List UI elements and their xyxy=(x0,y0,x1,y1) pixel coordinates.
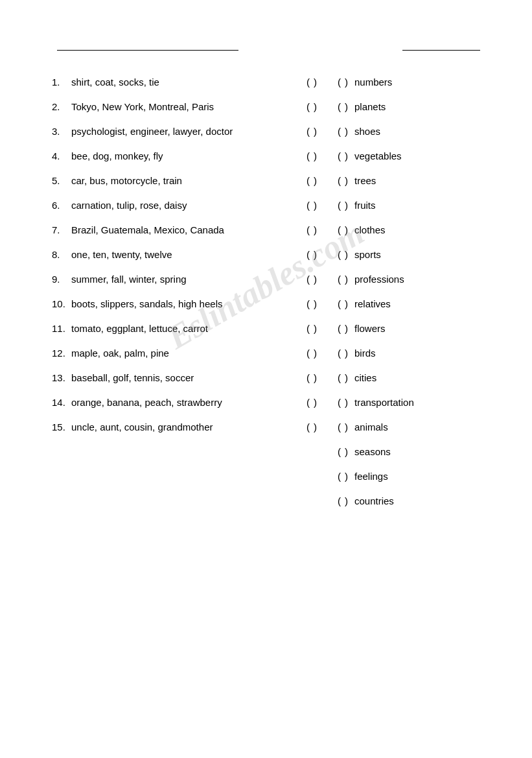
category-row: ( ) fruits xyxy=(338,200,480,217)
open-bracket: ( xyxy=(306,150,310,161)
category-label: relatives xyxy=(354,298,391,309)
row-text: shirt, coat, socks, tie xyxy=(71,77,286,88)
row-text: uncle, aunt, cousin, grandmother xyxy=(71,421,286,432)
open-bracket: ( xyxy=(306,397,310,408)
row-text: maple, oak, palm, pine xyxy=(71,348,286,359)
category-row: ( ) transportation xyxy=(338,397,480,414)
right-column: ( ) numbers ( ) planets ( ) shoes ( ) ve… xyxy=(338,77,480,520)
open-bracket: ( xyxy=(306,249,310,260)
close-bracket: ) xyxy=(345,274,348,285)
bracket-group: ( ) xyxy=(292,101,331,112)
open-bracket: ( xyxy=(306,175,310,186)
category-label: sports xyxy=(354,249,381,260)
open-bracket: ( xyxy=(338,224,341,235)
open-bracket: ( xyxy=(338,200,341,211)
match-row: 15. uncle, aunt, cousin, grandmother ( ) xyxy=(52,421,338,438)
match-row: 13. baseball, golf, tennis, soccer ( ) xyxy=(52,372,338,389)
category-bracket-group: ( ) xyxy=(338,446,348,457)
content-area: 1. shirt, coat, socks, tie ( ) 2. Tokyo,… xyxy=(52,77,480,520)
row-text: orange, banana, peach, strawberry xyxy=(71,397,286,408)
close-bracket: ) xyxy=(314,298,317,309)
category-row: ( ) flowers xyxy=(338,323,480,340)
category-row: ( ) shoes xyxy=(338,126,480,143)
open-bracket: ( xyxy=(306,126,310,137)
open-bracket: ( xyxy=(338,446,341,457)
row-text: boots, slippers, sandals, high heels xyxy=(71,298,286,309)
category-bracket-group: ( ) xyxy=(338,348,348,359)
match-row: 11. tomato, eggplant, lettuce, carrot ( … xyxy=(52,323,338,340)
category-label: vegetables xyxy=(354,150,402,161)
category-row: ( ) animals xyxy=(338,421,480,438)
bracket-group: ( ) xyxy=(292,323,331,334)
close-bracket: ) xyxy=(345,150,348,161)
close-bracket: ) xyxy=(345,446,348,457)
category-bracket-group: ( ) xyxy=(338,495,348,506)
row-text: Tokyo, New York, Montreal, Paris xyxy=(71,101,286,112)
category-row: ( ) cities xyxy=(338,372,480,389)
date-field xyxy=(397,39,480,51)
close-bracket: ) xyxy=(314,126,317,137)
row-text: bee, dog, monkey, fly xyxy=(71,150,286,161)
category-row: ( ) birds xyxy=(338,348,480,364)
category-label: numbers xyxy=(354,77,392,88)
match-row: 4. bee, dog, monkey, fly ( ) xyxy=(52,150,338,167)
close-bracket: ) xyxy=(314,323,317,334)
category-bracket-group: ( ) xyxy=(338,126,348,137)
match-row: 3. psychologist, engineer, lawyer, docto… xyxy=(52,126,338,143)
row-text: carnation, tulip, rose, daisy xyxy=(71,200,286,211)
category-label: birds xyxy=(354,348,376,359)
close-bracket: ) xyxy=(345,175,348,186)
row-number: 14. xyxy=(52,397,71,408)
bracket-group: ( ) xyxy=(292,224,331,235)
bracket-group: ( ) xyxy=(292,421,331,432)
open-bracket: ( xyxy=(338,126,341,137)
name-underline xyxy=(57,39,238,51)
row-number: 13. xyxy=(52,372,71,383)
bracket-group: ( ) xyxy=(292,372,331,383)
close-bracket: ) xyxy=(345,224,348,235)
category-row: ( ) seasons xyxy=(338,446,480,463)
row-number: 10. xyxy=(52,298,71,309)
open-bracket: ( xyxy=(338,495,341,506)
open-bracket: ( xyxy=(338,397,341,408)
row-text: baseball, golf, tennis, soccer xyxy=(71,372,286,383)
close-bracket: ) xyxy=(345,126,348,137)
open-bracket: ( xyxy=(306,200,310,211)
category-label: animals xyxy=(354,421,388,432)
row-number: 11. xyxy=(52,323,71,334)
row-text: tomato, eggplant, lettuce, carrot xyxy=(71,323,286,334)
bracket-group: ( ) xyxy=(292,274,331,285)
category-bracket-group: ( ) xyxy=(338,397,348,408)
close-bracket: ) xyxy=(345,372,348,383)
close-bracket: ) xyxy=(345,249,348,260)
name-field xyxy=(52,39,238,51)
category-bracket-group: ( ) xyxy=(338,274,348,285)
category-bracket-group: ( ) xyxy=(338,175,348,186)
bracket-group: ( ) xyxy=(292,77,331,88)
close-bracket: ) xyxy=(314,175,317,186)
close-bracket: ) xyxy=(314,224,317,235)
close-bracket: ) xyxy=(345,298,348,309)
open-bracket: ( xyxy=(338,298,341,309)
open-bracket: ( xyxy=(338,175,341,186)
close-bracket: ) xyxy=(345,77,348,88)
open-bracket: ( xyxy=(306,372,310,383)
match-row: 2. Tokyo, New York, Montreal, Paris ( ) xyxy=(52,101,338,118)
category-bracket-group: ( ) xyxy=(338,323,348,334)
close-bracket: ) xyxy=(345,323,348,334)
category-bracket-group: ( ) xyxy=(338,471,348,482)
open-bracket: ( xyxy=(338,101,341,112)
close-bracket: ) xyxy=(314,249,317,260)
category-row: ( ) numbers xyxy=(338,77,480,93)
bracket-group: ( ) xyxy=(292,249,331,260)
row-number: 1. xyxy=(52,77,71,88)
close-bracket: ) xyxy=(345,101,348,112)
category-row: ( ) relatives xyxy=(338,298,480,315)
category-label: clothes xyxy=(354,224,386,235)
match-row: 8. one, ten, twenty, twelve ( ) xyxy=(52,249,338,266)
open-bracket: ( xyxy=(338,323,341,334)
category-row: ( ) vegetables xyxy=(338,150,480,167)
close-bracket: ) xyxy=(345,495,348,506)
row-text: car, bus, motorcycle, train xyxy=(71,175,286,186)
close-bracket: ) xyxy=(345,471,348,482)
